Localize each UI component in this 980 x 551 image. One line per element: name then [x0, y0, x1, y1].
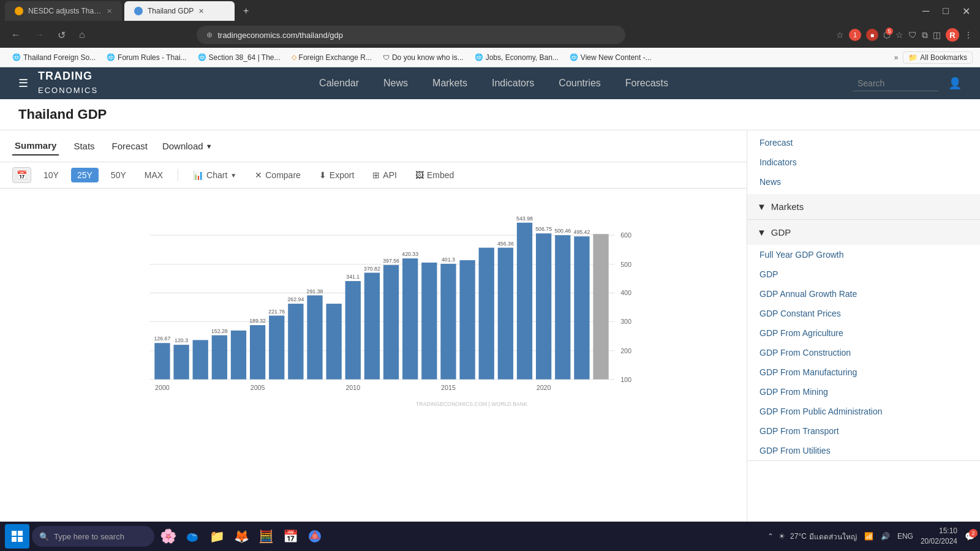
- bookmark-4[interactable]: ◇ Foreign Exchange R...: [287, 52, 377, 63]
- sidebar-link-full-year-gdp[interactable]: Full Year GDP Growth: [747, 245, 980, 264]
- nav-indicators[interactable]: Indicators: [492, 78, 534, 89]
- bookmark-manager-icon[interactable]: ☆: [895, 30, 903, 40]
- menu-icon[interactable]: ⋮: [964, 30, 973, 40]
- export-button[interactable]: ⬇ Export: [313, 168, 360, 182]
- sidebar-link-gdp-annual[interactable]: GDP Annual Growth Rate: [747, 284, 980, 304]
- sidebar-gdp-title: GDP: [771, 227, 791, 238]
- sidebar-link-gdp[interactable]: GDP: [747, 264, 980, 284]
- reload-button[interactable]: ↺: [54, 27, 69, 43]
- site-logo[interactable]: TRADING ECONOMICS: [38, 70, 98, 96]
- sidebar-link-gdp-utilities[interactable]: GDP From Utilities: [747, 441, 980, 460]
- svg-rect-35: [18, 531, 23, 536]
- svg-text:500.46: 500.46: [554, 228, 571, 234]
- sidebar-link-news[interactable]: News: [747, 172, 980, 192]
- shield-icon[interactable]: 🛡: [908, 30, 917, 40]
- calendar-view-button[interactable]: 📅: [12, 167, 31, 183]
- maximize-button[interactable]: □: [938, 4, 954, 18]
- period-10y[interactable]: 10Y: [37, 168, 65, 182]
- embed-button[interactable]: 🖼 Embed: [409, 168, 460, 182]
- taskbar-edge-browser[interactable]: [181, 525, 203, 547]
- tab-stats[interactable]: Stats: [71, 137, 97, 155]
- sidebar-toggle-icon[interactable]: ◫: [933, 30, 941, 40]
- chart-toolbar: 📅 10Y 25Y 50Y MAX 📊 Chart ▼ ✕ Compare ⬇ …: [0, 162, 747, 189]
- taskbar-calculator[interactable]: 🧮: [255, 525, 277, 547]
- bookmark-3[interactable]: 🌐 Section 38_64 | The...: [193, 52, 285, 63]
- hamburger-menu[interactable]: ☰: [18, 77, 28, 90]
- sidebar-link-gdp-agriculture[interactable]: GDP From Agriculture: [747, 323, 980, 343]
- taskbar-firefox[interactable]: 🦊: [230, 525, 252, 547]
- taskbar-file-explorer[interactable]: 📁: [206, 525, 228, 547]
- close-button[interactable]: ✕: [957, 4, 975, 18]
- taskbar-search-box[interactable]: 🔍 Type here to search: [32, 526, 154, 547]
- ext2-icon[interactable]: ■: [866, 29, 878, 41]
- sidebar-link-gdp-transport[interactable]: GDP From Transport: [747, 421, 980, 441]
- taskbar-flowers-app[interactable]: 🌸: [157, 525, 179, 547]
- forward-button[interactable]: →: [31, 27, 48, 43]
- api-button[interactable]: ⊞ API: [366, 168, 403, 182]
- sidebar-link-gdp-public-admin[interactable]: GDP From Public Administration: [747, 402, 980, 421]
- taskbar-clock[interactable]: 15:10 20/02/2024: [921, 526, 957, 547]
- nav-countries[interactable]: Countries: [559, 78, 600, 89]
- sidebar-link-gdp-mining[interactable]: GDP From Mining: [747, 382, 980, 402]
- sidebar-link-gdp-constant[interactable]: GDP Constant Prices: [747, 304, 980, 323]
- bookmark-1[interactable]: 🌐 Thailand Foreign So...: [7, 52, 100, 63]
- chart-button[interactable]: 📊 Chart ▼: [187, 168, 243, 182]
- extensions-icon[interactable]: ⧉: [922, 30, 928, 40]
- svg-text:120.3: 120.3: [175, 337, 188, 343]
- bookmark-star-icon[interactable]: ☆: [836, 30, 844, 40]
- search-input[interactable]: [853, 76, 938, 91]
- browser-tab-2[interactable]: Thailand GDP ✕: [124, 1, 235, 21]
- period-50y[interactable]: 50Y: [105, 168, 132, 182]
- download-button[interactable]: Download ▼: [162, 141, 213, 151]
- bookmark-2[interactable]: 🌐 Forum Rules - Thai...: [102, 52, 191, 63]
- bookmark-5[interactable]: 🛡 Do you know who is...: [378, 52, 469, 63]
- start-button[interactable]: [5, 524, 29, 549]
- nav-news[interactable]: News: [383, 78, 408, 89]
- home-button[interactable]: ⌂: [75, 27, 89, 43]
- nav-forecasts[interactable]: Forecasts: [625, 78, 668, 89]
- tray-expand-icon[interactable]: ⌃: [767, 532, 774, 541]
- compare-button[interactable]: ✕ Compare: [249, 168, 307, 182]
- sidebar-link-gdp-manufacturing[interactable]: GDP From Manufacturing: [747, 362, 980, 382]
- sidebar-markets-header[interactable]: ▼ Markets: [747, 194, 980, 219]
- bookmark-7[interactable]: 🌐 View New Content -...: [565, 52, 657, 63]
- tab-forecast[interactable]: Forecast: [110, 137, 150, 155]
- taskbar-calendar[interactable]: 📅: [279, 525, 301, 547]
- svg-text:100: 100: [620, 376, 631, 383]
- sidebar-link-forecast[interactable]: Forecast: [747, 133, 980, 152]
- network-icon[interactable]: 📶: [864, 532, 873, 541]
- notification-button[interactable]: 💬 2: [965, 531, 975, 541]
- tab-summary[interactable]: Summary: [12, 137, 59, 156]
- all-bookmarks-button[interactable]: 📁 All Bookmarks: [903, 51, 973, 64]
- browser-tab-1[interactable]: NESDC adjusts Thailand's GDP ✕: [5, 1, 122, 21]
- url-input[interactable]: ⊕ tradingeconomics.com/thailand/gdp: [197, 26, 625, 44]
- sidebar-link-indicators[interactable]: Indicators: [747, 152, 980, 172]
- user-icon[interactable]: 👤: [948, 77, 962, 90]
- back-button[interactable]: ←: [7, 27, 24, 43]
- bookmark1-icon: 🌐: [12, 53, 21, 61]
- period-max[interactable]: MAX: [138, 168, 169, 182]
- volume-icon[interactable]: 🔊: [881, 532, 890, 541]
- sidebar-gdp-header[interactable]: ▼ GDP: [747, 220, 980, 245]
- ext1-icon[interactable]: 1: [849, 29, 861, 41]
- profile-icon[interactable]: R: [946, 28, 959, 42]
- bar-2023: [593, 234, 608, 379]
- bookmark-6[interactable]: 🌐 Jobs, Economy, Ban...: [470, 52, 564, 63]
- search-icon: 🔍: [39, 532, 49, 541]
- period-25y[interactable]: 25Y: [71, 168, 99, 182]
- svg-text:2020: 2020: [537, 384, 551, 391]
- bookmark6-icon: 🌐: [475, 53, 483, 61]
- chrome-icon: [307, 529, 322, 544]
- nav-calendar[interactable]: Calendar: [319, 78, 359, 89]
- new-tab-button[interactable]: +: [237, 2, 255, 20]
- tab1-favicon: [15, 7, 23, 15]
- tab2-close[interactable]: ✕: [198, 7, 204, 15]
- minimize-button[interactable]: ─: [918, 4, 934, 18]
- bookmarks-overflow[interactable]: »: [891, 52, 902, 63]
- svg-text:500: 500: [620, 261, 631, 268]
- taskbar-chrome[interactable]: [304, 525, 326, 547]
- ext3-icon[interactable]: ⬡ 5: [883, 30, 891, 40]
- nav-markets[interactable]: Markets: [432, 78, 467, 89]
- tab1-close[interactable]: ✕: [107, 7, 112, 15]
- sidebar-link-gdp-construction[interactable]: GDP From Construction: [747, 343, 980, 362]
